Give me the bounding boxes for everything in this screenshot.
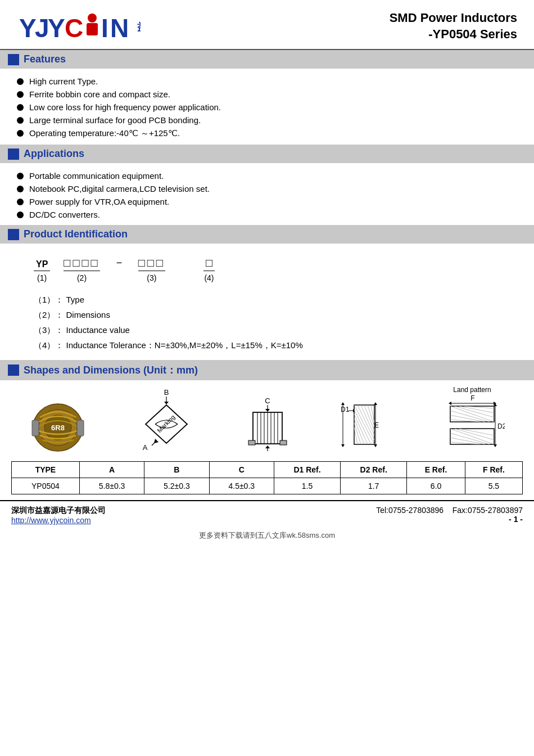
diagram-box-4: □ bbox=[203, 256, 215, 271]
table-cell-type: YP0504 bbox=[12, 478, 80, 494]
table-cell-c: 4.5±0.3 bbox=[209, 478, 274, 494]
legend-num-1: （1）： bbox=[34, 295, 64, 304]
svg-marker-54 bbox=[341, 402, 345, 405]
svg-text:F: F bbox=[470, 395, 474, 402]
features-title: Features bbox=[24, 53, 66, 65]
footer-fax: Fax:0755-27803897 bbox=[452, 506, 523, 515]
footer: 深圳市益嘉源电子有限公司 http://www.yjycoin.com Tel:… bbox=[0, 500, 534, 527]
svg-text:6R8: 6R8 bbox=[51, 424, 65, 432]
list-item: （4）： Inductance Tolerance：N=±30%,M=±20%，… bbox=[34, 340, 512, 351]
bullet-dot bbox=[17, 78, 24, 85]
bullet-dot bbox=[17, 199, 24, 205]
shapes-header: Shapes and Dimensions (Unit：mm) bbox=[0, 360, 534, 380]
table-header-a: A bbox=[79, 462, 144, 478]
table-row: YP0504 5.8±0.3 5.2±0.3 4.5±0.3 1.5 1.7 6… bbox=[12, 478, 523, 494]
product-id-blue-square bbox=[8, 229, 19, 240]
table-cell-a: 5.8±0.3 bbox=[79, 478, 144, 494]
svg-marker-24 bbox=[265, 409, 270, 412]
bullet-dot bbox=[17, 173, 24, 179]
features-blue-square bbox=[8, 54, 19, 65]
svg-point-4 bbox=[88, 14, 97, 22]
crosssection-drawing: C bbox=[246, 398, 288, 456]
app-item-3: Power supply for VTR,OA equipment. bbox=[29, 197, 169, 206]
svg-text:N: N bbox=[110, 14, 129, 42]
table-cell-d2: 1.7 bbox=[341, 478, 407, 494]
svg-text:B: B bbox=[164, 389, 169, 397]
legend-num-2: （2）： bbox=[34, 310, 64, 320]
svg-marker-81 bbox=[494, 444, 497, 447]
feature-item-4: Large terminal surface for good PCB bond… bbox=[29, 115, 201, 125]
list-item: Large terminal surface for good PCB bond… bbox=[17, 115, 517, 125]
app-item-4: DC/DC converters. bbox=[29, 210, 100, 219]
features-header: Features bbox=[0, 50, 534, 69]
svg-marker-55 bbox=[341, 444, 345, 447]
diagram-boxes-2: □□□□ bbox=[64, 256, 99, 271]
svg-rect-33 bbox=[248, 440, 255, 445]
legend-text-3: Inductance value bbox=[66, 325, 130, 335]
feature-item-2: Ferrite bobbin core and compact size. bbox=[29, 89, 170, 99]
footer-left: 深圳市益嘉源电子有限公司 http://www.yjycoin.com bbox=[11, 506, 106, 525]
feature-item-1: High current Type. bbox=[29, 76, 98, 86]
bottom-notice: 更多资料下载请到五八文库wk.58sms.com bbox=[0, 527, 534, 543]
svg-text:I: I bbox=[101, 14, 108, 42]
logo: Y J Y C I N 益嘉源 bbox=[17, 10, 141, 43]
svg-text:Y: Y bbox=[19, 14, 37, 42]
shapes-drawings: 6R8 B A Marking C bbox=[0, 380, 534, 456]
applications-blue-square bbox=[8, 148, 19, 160]
svg-rect-34 bbox=[280, 440, 287, 445]
sideview-drawing: D1 E bbox=[336, 395, 392, 456]
shapes-blue-square bbox=[8, 364, 19, 376]
feature-item-3: Low core loss for high frequency power a… bbox=[29, 102, 221, 112]
svg-text:Y: Y bbox=[48, 14, 65, 42]
app-item-1: Portable communication equipment. bbox=[29, 171, 164, 181]
list-item: High current Type. bbox=[17, 76, 517, 86]
list-item: Operating temperature:-40℃ ～+125℃. bbox=[17, 128, 517, 139]
company-name: 深圳市益嘉源电子有限公司 bbox=[11, 506, 106, 516]
footer-tel: Tel:0755-27803896 bbox=[376, 506, 444, 515]
legend-text-4: Inductance Tolerance：N=±30%,M=±20%，L=±15… bbox=[66, 340, 303, 350]
logo-area: Y J Y C I N 益嘉源 bbox=[17, 10, 141, 43]
svg-marker-17 bbox=[164, 402, 169, 404]
svg-text:益嘉源: 益嘉源 bbox=[137, 21, 141, 33]
legend-text-2: Dimensions bbox=[66, 310, 110, 320]
land-pattern-label: Land pattern bbox=[440, 386, 505, 394]
svg-text:A: A bbox=[142, 443, 147, 452]
diagram-label-4: (4) bbox=[203, 273, 215, 282]
page-number: - 1 - bbox=[509, 515, 523, 524]
table-cell-e: 6.0 bbox=[407, 478, 465, 494]
list-item: Notebook PC,digital carmera,LCD televisi… bbox=[17, 184, 517, 194]
applications-title: Applications bbox=[24, 148, 84, 160]
company-url[interactable]: http://www.yjycoin.com bbox=[11, 516, 91, 525]
table-cell-d1: 1.5 bbox=[274, 478, 340, 494]
svg-marker-61 bbox=[449, 402, 451, 405]
svg-text:J: J bbox=[35, 14, 49, 42]
bullet-dot bbox=[17, 212, 24, 218]
list-item: Portable communication equipment. bbox=[17, 171, 517, 181]
product-id-header: Product Identification bbox=[0, 225, 534, 244]
table-header-type: TYPE bbox=[12, 462, 80, 478]
feature-item-5: Operating temperature:-40℃ ～+125℃. bbox=[29, 128, 180, 139]
product-title-line1: SMD Power Inductors bbox=[390, 10, 517, 26]
diagram-label-3: (3) bbox=[138, 273, 165, 282]
bullet-dot bbox=[17, 130, 24, 137]
svg-text:C: C bbox=[265, 398, 270, 405]
header: Y J Y C I N 益嘉源 SMD Power Inductors -YP0… bbox=[0, 0, 534, 50]
diamond-drawing: B A Marking bbox=[134, 389, 198, 456]
dimensions-table: TYPE A B C D1 Ref. D2 Ref. E Ref. F Ref.… bbox=[11, 461, 523, 494]
product-title-line2: -YP0504 Series bbox=[390, 26, 517, 43]
legend-num-4: （4）： bbox=[34, 340, 64, 350]
svg-text:Marking: Marking bbox=[156, 413, 176, 434]
table-cell-f: 5.5 bbox=[465, 478, 522, 494]
table-header-e: E Ref. bbox=[407, 462, 465, 478]
table-header-c: C bbox=[209, 462, 274, 478]
svg-text:C: C bbox=[65, 14, 83, 42]
svg-marker-36 bbox=[265, 446, 270, 448]
bullet-dot bbox=[17, 117, 24, 124]
bullet-dot bbox=[17, 104, 24, 111]
product-id-title: Product Identification bbox=[24, 228, 128, 240]
footer-right: Tel:0755-27803896 Fax:0755-27803897 - 1 … bbox=[376, 506, 523, 524]
table-header-f: F Ref. bbox=[465, 462, 522, 478]
legend-text-1: Type bbox=[66, 295, 85, 304]
legend-num-3: （3）： bbox=[34, 325, 64, 335]
land-pattern-drawing: Land pattern F D2 bbox=[440, 386, 505, 456]
